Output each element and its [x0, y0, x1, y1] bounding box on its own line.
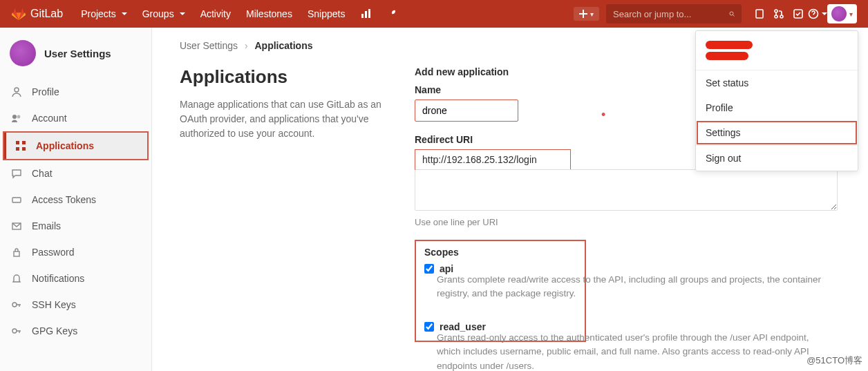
search-icon	[729, 9, 735, 19]
svg-rect-16	[22, 147, 26, 151]
sidebar-item-chat[interactable]: Chat	[0, 160, 151, 187]
page-title: Applications	[180, 66, 387, 88]
account-icon	[11, 113, 22, 124]
sidebar-item-access-tokens[interactable]: Access Tokens	[0, 187, 151, 213]
nav-milestones[interactable]: Milestones	[240, 4, 298, 23]
sidebar-title: User Settings	[44, 48, 111, 59]
sidebar-item-profile[interactable]: Profile	[0, 79, 151, 105]
svg-point-7	[780, 15, 783, 18]
user-menu: Set status Profile Settings Sign out	[695, 30, 858, 171]
sidebar-item-gpg-keys[interactable]: GPG Keys	[0, 318, 151, 344]
name-input[interactable]	[415, 99, 518, 122]
merge-requests-icon[interactable]	[769, 4, 789, 23]
scopes-label: Scopes	[424, 247, 576, 258]
sidebar-item-label: Password	[32, 247, 74, 258]
nav-snippets[interactable]: Snippets	[302, 4, 350, 23]
search-box[interactable]	[606, 4, 742, 23]
svg-point-21	[12, 329, 17, 333]
scope-read-user-checkbox[interactable]	[424, 322, 434, 332]
key-icon	[11, 325, 22, 336]
svg-point-6	[775, 15, 777, 18]
breadcrumb-current: Applications	[255, 40, 313, 51]
sidebar-item-account[interactable]: Account	[0, 105, 151, 131]
sidebar-item-label: Access Tokens	[32, 194, 96, 205]
breadcrumb-sep-icon: ›	[245, 40, 248, 51]
watermark: @51CTO博客	[806, 354, 862, 367]
user-menu-settings[interactable]: Settings	[696, 120, 858, 145]
issues-icon[interactable]	[750, 4, 769, 23]
required-dot-icon: •	[601, 108, 605, 122]
svg-rect-1	[365, 11, 367, 18]
gitlab-logo[interactable]: GitLab	[11, 6, 63, 21]
search-input[interactable]	[613, 9, 729, 19]
avatar-icon	[10, 40, 36, 66]
redirect-uri-value[interactable]: http://192.168.25.132/login	[415, 149, 571, 170]
sidebar: User Settings Profile Account Applicatio…	[0, 28, 152, 371]
help-icon[interactable]	[808, 4, 827, 23]
apps-icon	[15, 140, 26, 151]
nav-analytics-icon[interactable]	[355, 4, 377, 23]
todos-icon[interactable]	[789, 4, 808, 23]
sidebar-item-label: Chat	[32, 168, 53, 179]
profile-icon	[11, 86, 22, 97]
page-intro: Applications Manage applications that ca…	[180, 66, 387, 342]
sidebar-item-password[interactable]: Password	[0, 239, 151, 265]
sidebar-item-applications[interactable]: Applications	[4, 133, 147, 159]
sidebar-header: User Settings	[0, 35, 151, 79]
svg-rect-13	[16, 141, 19, 144]
nav-activity[interactable]: Activity	[195, 4, 236, 23]
sidebar-item-label: Applications	[36, 140, 94, 151]
token-icon	[11, 194, 22, 205]
sidebar-item-label: Emails	[32, 220, 61, 231]
sidebar-item-label: GPG Keys	[32, 325, 77, 336]
page-body: User Settings Profile Account Applicatio…	[0, 28, 868, 371]
plus-icon	[579, 10, 587, 18]
svg-rect-4	[756, 10, 763, 18]
svg-point-11	[12, 115, 17, 119]
gitlab-icon	[11, 6, 26, 21]
svg-point-12	[17, 115, 21, 119]
sidebar-item-emails[interactable]: Emails	[0, 213, 151, 239]
redacted-handle	[706, 52, 748, 60]
redirect-hint: Use one line per URI	[415, 217, 840, 227]
nav-admin-wrench-icon[interactable]	[381, 4, 403, 23]
avatar-icon	[831, 6, 847, 21]
svg-rect-14	[22, 141, 26, 144]
scope-read-user-desc: Grants read-only access to the authentic…	[437, 331, 831, 371]
user-menu-profile[interactable]: Profile	[696, 95, 858, 120]
new-dropdown[interactable]: ▾	[574, 7, 599, 21]
svg-point-5	[775, 10, 777, 12]
scope-api-checkbox[interactable]	[424, 264, 434, 274]
scope-api-desc: Grants complete read/write access to the…	[437, 273, 831, 301]
user-menu-sign-out[interactable]: Sign out	[696, 146, 858, 171]
svg-point-10	[15, 88, 19, 92]
svg-rect-17	[12, 198, 21, 202]
brand-text: GitLab	[30, 8, 63, 20]
scopes-section: Scopes api read_user	[415, 240, 840, 342]
user-avatar-dropdown[interactable]: ▾	[827, 4, 857, 23]
breadcrumb-root[interactable]: User Settings	[180, 40, 238, 51]
topbar: GitLab Projects Groups Activity Mileston…	[0, 0, 868, 28]
svg-rect-19	[14, 251, 19, 256]
bell-icon	[11, 273, 22, 284]
content: User Settings › Applications Application…	[152, 28, 868, 371]
email-icon	[11, 220, 22, 231]
sidebar-item-ssh-keys[interactable]: SSH Keys	[0, 292, 151, 318]
sidebar-item-label: Profile	[32, 86, 59, 97]
svg-rect-15	[16, 147, 19, 151]
svg-rect-0	[361, 14, 364, 18]
top-nav: Projects Groups Activity Milestones Snip…	[75, 4, 403, 23]
nav-projects[interactable]: Projects	[75, 4, 133, 23]
chat-icon	[11, 168, 22, 179]
svg-point-3	[730, 12, 733, 15]
redirect-uri-textarea[interactable]	[415, 169, 838, 211]
lock-icon	[11, 247, 22, 258]
sidebar-item-label: Notifications	[32, 273, 84, 284]
svg-point-20	[12, 303, 17, 307]
sidebar-item-notifications[interactable]: Notifications	[0, 265, 151, 292]
user-menu-set-status[interactable]: Set status	[696, 70, 858, 95]
sidebar-item-label: Account	[32, 113, 67, 124]
sidebar-item-label: SSH Keys	[32, 299, 76, 310]
nav-groups[interactable]: Groups	[137, 4, 191, 23]
redacted-username	[706, 41, 753, 49]
